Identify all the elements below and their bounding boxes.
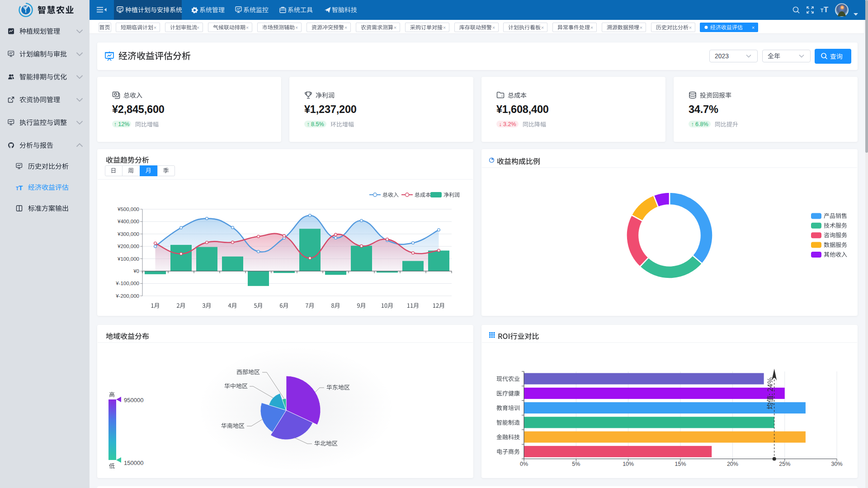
svg-text:25%: 25%: [779, 461, 790, 467]
svg-text:×: ×: [154, 25, 156, 30]
svg-text:¥300,000: ¥300,000: [117, 231, 139, 237]
svg-text:950000: 950000: [124, 397, 143, 404]
svg-text:×: ×: [394, 25, 396, 30]
svg-text:30%: 30%: [831, 461, 843, 467]
svg-text:¥1,608,400: ¥1,608,400: [496, 103, 549, 115]
svg-text:¥100,000: ¥100,000: [117, 256, 139, 262]
svg-text:↑ 6.8%: ↑ 6.8%: [691, 121, 708, 127]
svg-text:T: T: [19, 184, 23, 192]
svg-text:10%: 10%: [623, 461, 634, 467]
svg-text:×: ×: [590, 25, 593, 30]
svg-text:×: ×: [246, 25, 249, 30]
svg-text:↑ 8.5%: ↑ 8.5%: [307, 121, 324, 127]
svg-text:¥-100,000: ¥-100,000: [115, 281, 139, 286]
svg-text:×: ×: [640, 25, 642, 30]
svg-text:×: ×: [197, 25, 199, 30]
svg-text:¥400,000: ¥400,000: [117, 219, 139, 224]
svg-text:×: ×: [443, 25, 446, 30]
svg-text:×: ×: [541, 25, 544, 30]
svg-text:T: T: [824, 5, 829, 14]
svg-text:¥200,000: ¥200,000: [117, 244, 139, 249]
svg-text:0%: 0%: [520, 461, 528, 467]
svg-text:T: T: [821, 8, 824, 13]
svg-text:¥1,237,200: ¥1,237,200: [304, 103, 357, 115]
svg-text:¥500,000: ¥500,000: [117, 206, 139, 212]
svg-text:34.7%: 34.7%: [689, 103, 718, 115]
svg-text:2023: 2023: [715, 52, 729, 60]
svg-text:¥0: ¥0: [133, 268, 139, 274]
svg-text:×: ×: [344, 25, 347, 30]
svg-text:¥2,845,600: ¥2,845,600: [112, 103, 165, 115]
svg-text:T: T: [16, 186, 19, 191]
svg-text:↑ 12%: ↑ 12%: [114, 121, 130, 127]
svg-text:↓ 3.2%: ↓ 3.2%: [499, 121, 516, 127]
svg-text:×: ×: [295, 25, 298, 30]
svg-text:20%: 20%: [727, 461, 738, 467]
svg-text:15%: 15%: [675, 461, 686, 467]
svg-text:×: ×: [492, 25, 495, 30]
svg-text:¥-200,000: ¥-200,000: [115, 293, 139, 299]
svg-text:×: ×: [689, 25, 692, 30]
svg-text:150000: 150000: [124, 460, 143, 466]
svg-text:×: ×: [752, 25, 755, 30]
svg-text:5%: 5%: [572, 461, 580, 467]
